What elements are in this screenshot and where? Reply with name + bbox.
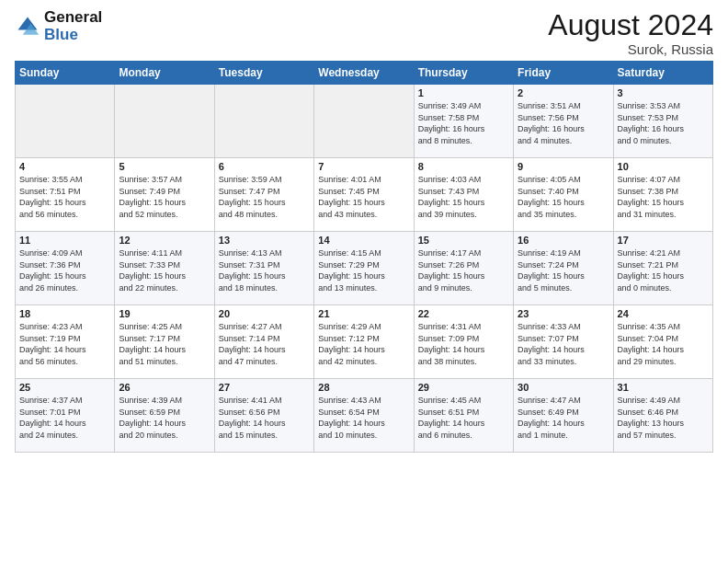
- calendar-cell: 16Sunrise: 4:19 AM Sunset: 7:24 PM Dayli…: [514, 232, 613, 305]
- day-info: Sunrise: 4:01 AM Sunset: 7:45 PM Dayligh…: [318, 174, 409, 220]
- day-number: 4: [19, 161, 110, 172]
- col-header-friday: Friday: [514, 62, 613, 85]
- day-number: 19: [119, 308, 210, 319]
- calendar-cell: 10Sunrise: 4:07 AM Sunset: 7:38 PM Dayli…: [613, 158, 712, 232]
- calendar-cell: [16, 85, 115, 158]
- week-row-3: 11Sunrise: 4:09 AM Sunset: 7:36 PM Dayli…: [16, 232, 713, 305]
- day-info: Sunrise: 4:13 AM Sunset: 7:31 PM Dayligh…: [219, 247, 310, 293]
- col-header-tuesday: Tuesday: [214, 62, 313, 85]
- calendar-cell: 7Sunrise: 4:01 AM Sunset: 7:45 PM Daylig…: [314, 158, 414, 232]
- day-number: 26: [119, 382, 210, 393]
- day-number: 5: [119, 161, 210, 172]
- day-info: Sunrise: 4:07 AM Sunset: 7:38 PM Dayligh…: [618, 174, 709, 220]
- day-info: Sunrise: 4:33 AM Sunset: 7:07 PM Dayligh…: [518, 321, 609, 367]
- day-number: 13: [219, 235, 310, 246]
- calendar-cell: 13Sunrise: 4:13 AM Sunset: 7:31 PM Dayli…: [214, 232, 313, 305]
- calendar-cell: 6Sunrise: 3:59 AM Sunset: 7:47 PM Daylig…: [214, 158, 313, 232]
- day-info: Sunrise: 4:19 AM Sunset: 7:24 PM Dayligh…: [518, 247, 609, 293]
- day-number: 23: [518, 308, 609, 319]
- day-number: 20: [219, 308, 310, 319]
- header-row: SundayMondayTuesdayWednesdayThursdayFrid…: [16, 62, 713, 85]
- calendar-cell: 26Sunrise: 4:39 AM Sunset: 6:59 PM Dayli…: [115, 379, 214, 453]
- col-header-wednesday: Wednesday: [314, 62, 414, 85]
- calendar-cell: 4Sunrise: 3:55 AM Sunset: 7:51 PM Daylig…: [16, 158, 115, 232]
- day-number: 31: [618, 382, 709, 393]
- calendar-cell: [314, 85, 414, 158]
- day-number: 15: [418, 235, 509, 246]
- day-number: 30: [518, 382, 609, 393]
- calendar-cell: 8Sunrise: 4:03 AM Sunset: 7:43 PM Daylig…: [414, 158, 513, 232]
- calendar-cell: 5Sunrise: 3:57 AM Sunset: 7:49 PM Daylig…: [115, 158, 214, 232]
- logo-icon: [15, 14, 40, 40]
- day-number: 7: [318, 161, 409, 172]
- week-row-4: 18Sunrise: 4:23 AM Sunset: 7:19 PM Dayli…: [16, 305, 713, 379]
- day-info: Sunrise: 4:09 AM Sunset: 7:36 PM Dayligh…: [19, 247, 110, 293]
- day-number: 3: [618, 87, 709, 98]
- calendar-cell: 30Sunrise: 4:47 AM Sunset: 6:49 PM Dayli…: [514, 379, 613, 453]
- day-info: Sunrise: 4:41 AM Sunset: 6:56 PM Dayligh…: [219, 395, 310, 441]
- col-header-thursday: Thursday: [414, 62, 513, 85]
- header: General Blue August 2024 Surok, Russia: [15, 9, 713, 57]
- location: Surok, Russia: [548, 41, 713, 57]
- day-info: Sunrise: 4:39 AM Sunset: 6:59 PM Dayligh…: [119, 395, 210, 441]
- calendar-cell: 25Sunrise: 4:37 AM Sunset: 7:01 PM Dayli…: [16, 379, 115, 453]
- day-number: 29: [418, 382, 509, 393]
- day-number: 27: [219, 382, 310, 393]
- calendar-cell: 23Sunrise: 4:33 AM Sunset: 7:07 PM Dayli…: [514, 305, 613, 379]
- day-info: Sunrise: 4:47 AM Sunset: 6:49 PM Dayligh…: [518, 395, 609, 441]
- day-info: Sunrise: 4:03 AM Sunset: 7:43 PM Dayligh…: [418, 174, 509, 220]
- day-info: Sunrise: 3:49 AM Sunset: 7:58 PM Dayligh…: [418, 100, 509, 146]
- day-info: Sunrise: 4:29 AM Sunset: 7:12 PM Dayligh…: [318, 321, 409, 367]
- col-header-monday: Monday: [115, 62, 214, 85]
- day-info: Sunrise: 3:51 AM Sunset: 7:56 PM Dayligh…: [518, 100, 609, 146]
- calendar-cell: [214, 85, 313, 158]
- day-number: 28: [318, 382, 409, 393]
- calendar-cell: 19Sunrise: 4:25 AM Sunset: 7:17 PM Dayli…: [115, 305, 214, 379]
- calendar-cell: 21Sunrise: 4:29 AM Sunset: 7:12 PM Dayli…: [314, 305, 414, 379]
- day-number: 17: [618, 235, 709, 246]
- day-number: 21: [318, 308, 409, 319]
- day-number: 16: [518, 235, 609, 246]
- day-number: 10: [618, 161, 709, 172]
- day-number: 24: [618, 308, 709, 319]
- day-number: 8: [418, 161, 509, 172]
- day-info: Sunrise: 3:53 AM Sunset: 7:53 PM Dayligh…: [618, 100, 709, 146]
- calendar-cell: 9Sunrise: 4:05 AM Sunset: 7:40 PM Daylig…: [514, 158, 613, 232]
- day-number: 12: [119, 235, 210, 246]
- calendar-cell: 27Sunrise: 4:41 AM Sunset: 6:56 PM Dayli…: [214, 379, 313, 453]
- calendar-cell: 17Sunrise: 4:21 AM Sunset: 7:21 PM Dayli…: [613, 232, 712, 305]
- calendar-cell: 29Sunrise: 4:45 AM Sunset: 6:51 PM Dayli…: [414, 379, 513, 453]
- day-info: Sunrise: 4:25 AM Sunset: 7:17 PM Dayligh…: [119, 321, 210, 367]
- col-header-saturday: Saturday: [613, 62, 712, 85]
- month-title: August 2024: [548, 9, 713, 41]
- calendar-cell: 2Sunrise: 3:51 AM Sunset: 7:56 PM Daylig…: [514, 85, 613, 158]
- day-number: 2: [518, 87, 609, 98]
- day-info: Sunrise: 4:43 AM Sunset: 6:54 PM Dayligh…: [318, 395, 409, 441]
- calendar-cell: 15Sunrise: 4:17 AM Sunset: 7:26 PM Dayli…: [414, 232, 513, 305]
- logo: General Blue: [15, 9, 102, 43]
- calendar-cell: 14Sunrise: 4:15 AM Sunset: 7:29 PM Dayli…: [314, 232, 414, 305]
- day-info: Sunrise: 4:23 AM Sunset: 7:19 PM Dayligh…: [19, 321, 110, 367]
- page: General Blue August 2024 Surok, Russia S…: [0, 0, 728, 563]
- calendar-cell: [115, 85, 214, 158]
- calendar-table: SundayMondayTuesdayWednesdayThursdayFrid…: [15, 61, 713, 453]
- day-number: 1: [418, 87, 509, 98]
- day-number: 9: [518, 161, 609, 172]
- calendar-cell: 24Sunrise: 4:35 AM Sunset: 7:04 PM Dayli…: [613, 305, 712, 379]
- calendar-cell: 11Sunrise: 4:09 AM Sunset: 7:36 PM Dayli…: [16, 232, 115, 305]
- day-info: Sunrise: 3:57 AM Sunset: 7:49 PM Dayligh…: [119, 174, 210, 220]
- week-row-5: 25Sunrise: 4:37 AM Sunset: 7:01 PM Dayli…: [16, 379, 713, 453]
- day-number: 25: [19, 382, 110, 393]
- day-info: Sunrise: 4:35 AM Sunset: 7:04 PM Dayligh…: [618, 321, 709, 367]
- logo-text: General Blue: [44, 9, 102, 43]
- calendar-cell: 1Sunrise: 3:49 AM Sunset: 7:58 PM Daylig…: [414, 85, 513, 158]
- col-header-sunday: Sunday: [16, 62, 115, 85]
- day-info: Sunrise: 4:45 AM Sunset: 6:51 PM Dayligh…: [418, 395, 509, 441]
- calendar-cell: 18Sunrise: 4:23 AM Sunset: 7:19 PM Dayli…: [16, 305, 115, 379]
- day-info: Sunrise: 4:15 AM Sunset: 7:29 PM Dayligh…: [318, 247, 409, 293]
- calendar-cell: 22Sunrise: 4:31 AM Sunset: 7:09 PM Dayli…: [414, 305, 513, 379]
- day-info: Sunrise: 4:11 AM Sunset: 7:33 PM Dayligh…: [119, 247, 210, 293]
- day-number: 22: [418, 308, 509, 319]
- calendar-cell: 28Sunrise: 4:43 AM Sunset: 6:54 PM Dayli…: [314, 379, 414, 453]
- calendar-cell: 31Sunrise: 4:49 AM Sunset: 6:46 PM Dayli…: [613, 379, 712, 453]
